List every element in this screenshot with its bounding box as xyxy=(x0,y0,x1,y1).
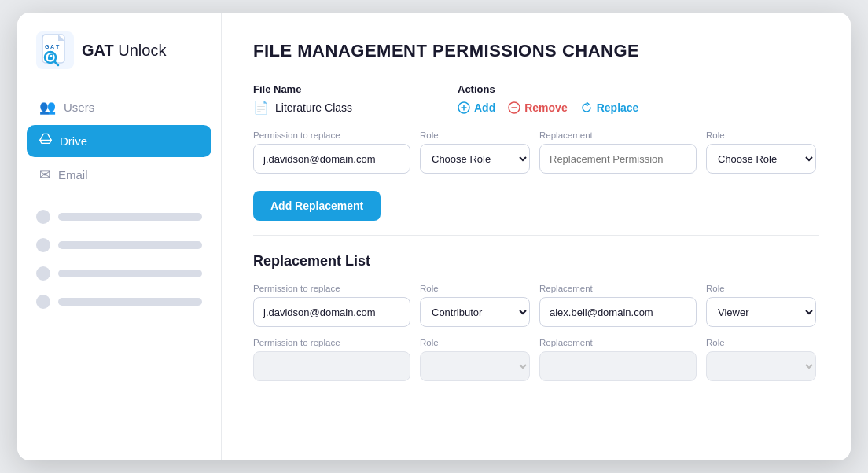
file-name-cell: 📄 Literature Class xyxy=(253,100,458,115)
users-icon: 👥 xyxy=(39,99,56,116)
role-group: Role Choose Role Viewer Editor Contribut… xyxy=(420,130,530,174)
email-icon: ✉ xyxy=(39,167,50,183)
replacement-role-group: Role Choose Role Viewer Editor Contribut… xyxy=(706,130,816,174)
svg-text:A: A xyxy=(50,44,54,50)
page-title: FILE MANAGEMENT PERMISSIONS CHANGE xyxy=(253,41,819,61)
replacement-row-2: Permission to replace Role Replacement xyxy=(253,338,819,381)
rl-replacement-input-1[interactable] xyxy=(539,297,697,327)
rl-replacement-group-1: Replacement xyxy=(539,284,697,327)
rl-replacement-label-1: Replacement xyxy=(539,284,697,293)
add-button[interactable]: Add xyxy=(458,101,495,114)
app-window: G A T GAT Unlock 👥 Users xyxy=(17,13,851,460)
role-select[interactable]: Choose Role Viewer Editor Contributor Ow… xyxy=(420,144,530,174)
rl-rep-role-group-1: Role Viewer Editor Contributor Owner xyxy=(706,284,816,327)
rl-perm-group-1: Permission to replace xyxy=(253,284,410,327)
sidebar-item-users[interactable]: 👥 Users xyxy=(27,91,211,123)
logo-text: GAT Unlock xyxy=(82,42,166,60)
replacement-list-title: Replacement List xyxy=(253,253,819,270)
rl-rep-role-label-1: Role xyxy=(706,284,816,293)
role-label: Role xyxy=(420,130,530,140)
rl-role-group-1: Role Contributor Viewer Editor Owner xyxy=(420,284,530,327)
table-header: File Name Actions xyxy=(253,83,819,95)
main-content: FILE MANAGEMENT PERMISSIONS CHANGE File … xyxy=(222,13,851,460)
perm-to-replace-label: Permission to replace xyxy=(253,130,410,140)
rl-replacement-label-2: Replacement xyxy=(539,338,697,347)
rl-role-select-1[interactable]: Contributor Viewer Editor Owner xyxy=(420,297,530,327)
rl-role-select-2[interactable] xyxy=(420,351,530,381)
rl-role-group-2: Role xyxy=(420,338,530,381)
divider xyxy=(253,235,819,236)
sidebar: G A T GAT Unlock 👥 Users xyxy=(17,13,222,460)
rl-replacement-group-2: Replacement xyxy=(539,338,697,381)
rl-perm-label-2: Permission to replace xyxy=(253,338,410,347)
sidebar-item-email-label: Email xyxy=(58,168,88,182)
file-icon: 📄 xyxy=(253,100,269,115)
replacement-group: Replacement xyxy=(539,130,697,174)
file-name: Literature Class xyxy=(275,101,352,114)
rl-rep-role-group-2: Role xyxy=(706,338,816,381)
add-replacement-button[interactable]: Add Replacement xyxy=(253,191,381,221)
rl-perm-input-2[interactable] xyxy=(253,351,410,381)
rl-perm-label-1: Permission to replace xyxy=(253,284,410,293)
rl-rep-role-label-2: Role xyxy=(706,338,816,347)
rl-rep-role-select-1[interactable]: Viewer Editor Contributor Owner xyxy=(706,297,816,327)
perm-to-replace-input[interactable] xyxy=(253,144,410,174)
replacement-label: Replacement xyxy=(539,130,697,140)
sidebar-item-drive-label: Drive xyxy=(60,134,87,148)
replacement-list: Permission to replace Role Contributor V… xyxy=(253,284,819,381)
svg-rect-7 xyxy=(48,57,53,60)
col-file-name: File Name xyxy=(253,83,458,95)
rl-role-label-2: Role xyxy=(420,338,530,347)
actions-cell: Add Remove Replace xyxy=(458,101,638,114)
rl-perm-input-1[interactable] xyxy=(253,297,410,327)
rl-rep-role-select-2[interactable] xyxy=(706,351,816,381)
replacement-input[interactable] xyxy=(539,144,697,174)
replace-button[interactable]: Replace xyxy=(580,101,639,114)
replacement-role-select[interactable]: Choose Role Viewer Editor Contributor Ow… xyxy=(706,144,816,174)
perm-to-replace-group: Permission to replace xyxy=(253,130,410,174)
sidebar-item-drive[interactable]: Drive xyxy=(27,125,211,157)
file-row: 📄 Literature Class Add Remove Replace xyxy=(253,100,819,115)
svg-text:G: G xyxy=(45,44,50,50)
sidebar-item-email[interactable]: ✉ Email xyxy=(27,159,211,191)
remove-button[interactable]: Remove xyxy=(508,101,567,114)
rl-replacement-input-2[interactable] xyxy=(539,351,697,381)
sidebar-nav: 👥 Users Drive ✉ Email xyxy=(17,91,221,191)
replacement-role-label: Role xyxy=(706,130,816,140)
logo: G A T GAT Unlock xyxy=(17,31,221,91)
svg-text:T: T xyxy=(56,44,60,50)
sidebar-placeholders xyxy=(17,210,221,309)
sidebar-item-users-label: Users xyxy=(64,101,94,114)
drive-icon xyxy=(39,133,52,149)
rl-role-label-1: Role xyxy=(420,284,530,293)
rl-perm-group-2: Permission to replace xyxy=(253,338,410,381)
logo-icon: G A T xyxy=(36,31,74,69)
replacement-list-section: Replacement List Permission to replace R… xyxy=(253,253,819,381)
permission-form: Permission to replace Role Choose Role V… xyxy=(253,130,819,174)
replacement-row-1: Permission to replace Role Contributor V… xyxy=(253,284,819,327)
col-actions: Actions xyxy=(458,83,819,95)
